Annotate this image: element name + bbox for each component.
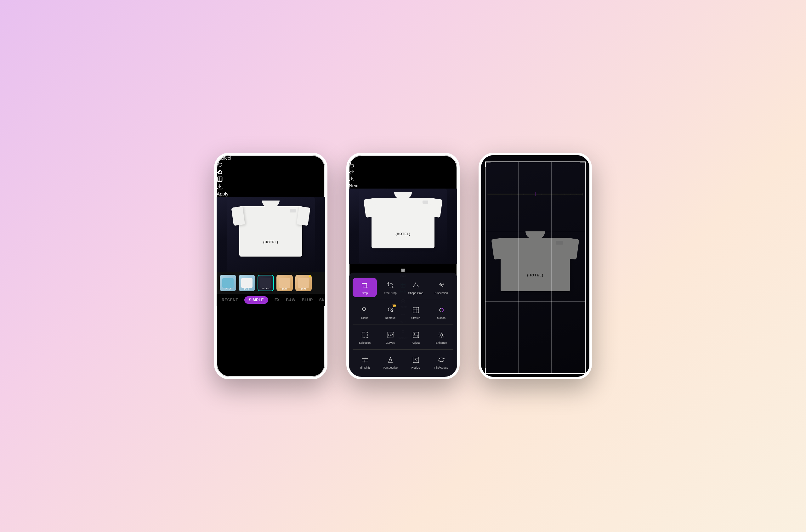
crown-badge: 👑 xyxy=(392,304,396,307)
clone-icon xyxy=(360,305,370,315)
tool-stretch-label: Stretch xyxy=(411,316,420,320)
tool-enhance[interactable]: Enhance xyxy=(429,327,453,347)
svg-point-4 xyxy=(388,308,391,311)
undo-button-2[interactable] xyxy=(349,162,457,169)
tool-resize[interactable]: Resize xyxy=(404,352,428,372)
tool-selection[interactable]: Selection xyxy=(353,327,377,347)
next-button[interactable]: Next xyxy=(349,183,359,188)
tshirt-label-1: (HOTEL) xyxy=(263,241,278,244)
tool-shape-crop-label: Shape Crop xyxy=(408,291,423,294)
svg-rect-9 xyxy=(413,332,419,338)
phone1-main-image: (HOTEL) xyxy=(217,197,325,272)
filter-thumb-4[interactable]: 1971 xyxy=(295,275,312,291)
cat-bw[interactable]: B&W xyxy=(286,298,295,302)
tool-remove-label: Remove xyxy=(385,316,396,320)
cat-sketch[interactable]: SKETCH xyxy=(319,298,327,302)
tools-row-3: Selection Curves xyxy=(349,325,457,349)
tool-flip-rotate-label: Flip/Rotate xyxy=(434,366,448,369)
toolbar-icons xyxy=(217,161,325,191)
tool-adjust[interactable]: Adjust xyxy=(404,327,428,347)
filter-label-2: ISLA4 xyxy=(258,287,273,290)
tool-flip-rotate[interactable]: Flip/Rotate xyxy=(429,352,453,372)
tilt-shift-icon xyxy=(360,355,370,365)
filter-label-3: 1971 xyxy=(277,288,293,290)
phone2-topbar: Next xyxy=(349,155,457,189)
filter-strip: IRL-2 ISLA ISLA4 1971 xyxy=(217,272,325,294)
flip-rotate-icon xyxy=(436,355,447,365)
tool-remove[interactable]: 👑 Remove xyxy=(378,303,402,322)
tools-row-4: Tilt Shift Perspective xyxy=(349,350,457,374)
tool-dispersion[interactable]: Dispersion xyxy=(429,278,453,297)
enhance-icon xyxy=(436,330,447,340)
svg-rect-7 xyxy=(362,332,368,338)
tool-free-crop-label: Free Crop xyxy=(384,291,397,294)
tool-curves-label: Curves xyxy=(386,341,395,344)
tool-resize-label: Resize xyxy=(412,366,420,369)
filter-thumb-1[interactable]: ISLA xyxy=(239,275,255,291)
tools-row-1: Crop Free Crop xyxy=(349,276,457,299)
tool-crop-label: Crop xyxy=(362,291,368,294)
filter-label-0: IRL-2 xyxy=(220,288,236,290)
tool-tilt-shift-label: Tilt Shift xyxy=(359,366,370,369)
selection-icon xyxy=(360,330,370,340)
eraser-button[interactable] xyxy=(217,168,325,176)
svg-marker-1 xyxy=(413,282,419,288)
remove-icon: 👑 xyxy=(386,305,395,315)
filter-label-4: 1971 xyxy=(295,288,312,290)
phones-container: Cancel xyxy=(214,153,592,379)
svg-point-3 xyxy=(362,307,365,311)
free-crop-icon xyxy=(386,280,395,290)
tool-perspective-label: Perspective xyxy=(383,366,398,369)
svg-point-2 xyxy=(441,285,442,286)
tshirt-scene-2: (HOTEL) xyxy=(349,189,457,264)
undo-button[interactable] xyxy=(217,161,325,168)
tools-menu: Crop Free Crop xyxy=(349,272,457,377)
tool-selection-label: Selection xyxy=(359,341,371,344)
perspective-icon xyxy=(386,355,395,365)
apply-button[interactable]: Apply xyxy=(217,191,229,196)
tool-dispersion-label: Dispersion xyxy=(434,291,448,294)
cat-simple[interactable]: SIMPLE xyxy=(244,296,268,304)
tool-tilt-shift[interactable]: Tilt Shift xyxy=(353,352,377,372)
tshirt-scene-1: (HOTEL) xyxy=(217,197,325,272)
phone-1: Cancel xyxy=(214,153,327,379)
cancel-button[interactable]: Cancel xyxy=(217,155,231,160)
tool-curves[interactable]: Curves xyxy=(378,327,402,347)
phone2-main-image: (HOTEL) xyxy=(349,189,457,264)
filter-thumb-3[interactable]: 1971 xyxy=(277,275,293,291)
phone-3: Cancel 2734 x 2734 Apply xyxy=(479,153,592,379)
tool-perspective[interactable]: Perspective xyxy=(378,352,402,372)
svg-point-10 xyxy=(440,334,443,336)
tool-enhance-label: Enhance xyxy=(436,341,447,344)
tools-divider-2 xyxy=(353,325,453,325)
tshirt-label-2: (HOTEL) xyxy=(395,232,411,236)
filter-categories: RECENT SIMPLE FX B&W BLUR SKETCH xyxy=(217,294,325,306)
cat-recent[interactable]: RECENT xyxy=(222,298,238,302)
back-button[interactable] xyxy=(349,155,457,162)
compare-button[interactable] xyxy=(217,176,325,184)
cat-fx[interactable]: FX xyxy=(275,298,280,302)
tool-stretch[interactable]: Stretch xyxy=(404,303,428,322)
tool-shape-crop[interactable]: Shape Crop xyxy=(404,278,428,297)
phone-2: Next (HOTEL) xyxy=(346,153,460,379)
cat-blur[interactable]: BLUR xyxy=(302,298,313,302)
dispersion-icon xyxy=(436,280,447,290)
tool-clone-label: Clone xyxy=(361,316,369,320)
redo-button[interactable] xyxy=(349,169,457,176)
tools-row-2: Clone 👑 Remove xyxy=(349,301,457,324)
motion-icon xyxy=(436,305,447,315)
tool-motion[interactable]: Motion xyxy=(429,303,453,322)
tool-crop[interactable]: Crop xyxy=(353,278,377,297)
tool-clone[interactable]: Clone xyxy=(353,303,377,322)
tool-free-crop[interactable]: Free Crop xyxy=(378,278,402,297)
tool-adjust-label: Adjust xyxy=(412,341,420,344)
filter-thumb-0[interactable]: IRL-2 xyxy=(220,275,236,291)
stretch-icon xyxy=(411,305,421,315)
curves-icon xyxy=(386,330,395,340)
tools-divider-3 xyxy=(353,349,453,350)
download-button-2[interactable] xyxy=(349,176,457,183)
shape-crop-icon xyxy=(411,280,421,290)
download-button[interactable] xyxy=(217,184,325,191)
filter-label-1: ISLA xyxy=(239,288,255,290)
filter-thumb-2[interactable]: ISLA4 xyxy=(258,275,274,291)
